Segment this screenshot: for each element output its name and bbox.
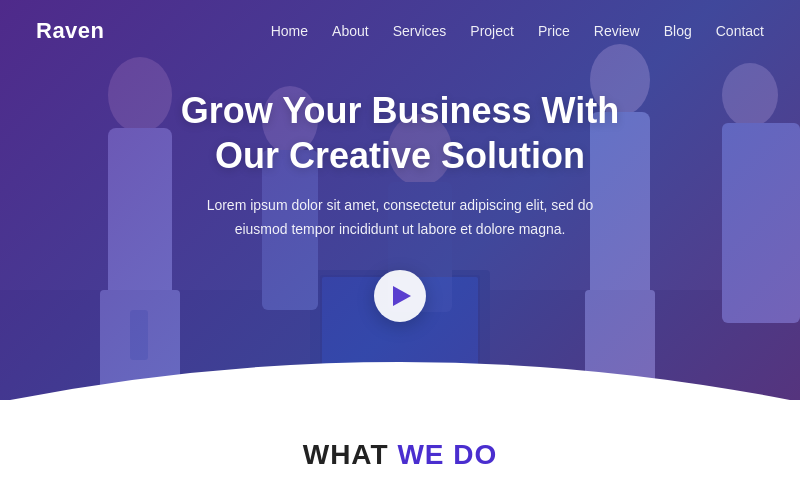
we-do-label: WE DO [397,439,497,470]
section-title: WHAT WE DO [303,439,498,471]
hero-title: Grow Your Business With Our Creative Sol… [140,88,660,178]
hero-curve [0,342,800,400]
nav-about[interactable]: About [332,23,369,39]
hero-title-line1: Grow Your Business With [181,90,619,131]
nav-contact[interactable]: Contact [716,23,764,39]
what-label: WHAT [303,439,389,470]
nav-price[interactable]: Price [538,23,570,39]
nav-review[interactable]: Review [594,23,640,39]
hero-section: Raven Home About Services Project Price … [0,0,800,400]
brand-logo[interactable]: Raven [36,18,105,44]
hero-title-line2: Our Creative Solution [215,135,585,176]
nav-project[interactable]: Project [470,23,514,39]
what-we-do-section: WHAT WE DO [0,400,800,500]
play-button[interactable] [374,269,426,321]
nav-blog[interactable]: Blog [664,23,692,39]
nav-home[interactable]: Home [271,23,308,39]
play-icon [393,285,411,305]
nav-services[interactable]: Services [393,23,447,39]
hero-subtitle: Lorem ipsum dolor sit amet, consectetur … [200,194,600,242]
nav-links: Home About Services Project Price Review… [271,22,764,40]
navbar: Raven Home About Services Project Price … [0,0,800,62]
hero-content: Grow Your Business With Our Creative Sol… [140,88,660,322]
